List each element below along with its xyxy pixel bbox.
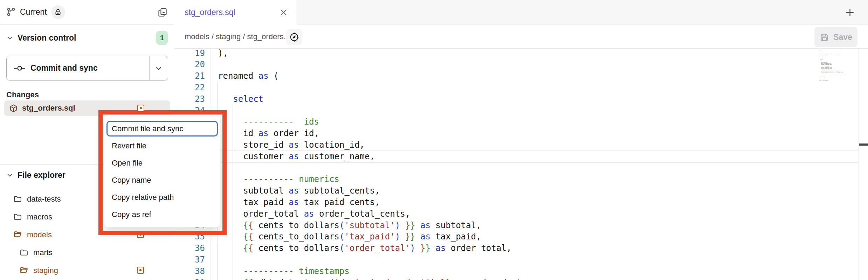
commit-split-button: Commit and sync [6,56,168,80]
close-tab-icon[interactable] [280,8,288,16]
scrollbar-marker [859,144,868,146]
branch-lock-badge [51,5,65,19]
tree-item-models[interactable]: models [0,226,174,244]
tree-item-label: marts [33,248,53,257]
line-number: 39 [174,277,205,280]
code-line: {{ dbt.date_trunc('day', 'ordered_at') }… [218,277,522,280]
branch-name: Current [20,7,47,17]
code-line [218,59,522,70]
code-line: renamed as ( [218,70,522,82]
line-number: 22 [174,82,205,93]
new-tab-button[interactable] [845,7,855,18]
tree-item-label: macros [27,212,52,222]
version-control-title: Version control [18,33,76,43]
modified-badge-icon [137,105,144,112]
breadcrumb-bar: models / staging / stg_orders.sql [174,24,868,49]
chevron-down-icon [155,64,163,72]
code-line [218,105,522,117]
code-line: select [218,93,522,105]
line-number: 19 [174,48,205,59]
folder-open-icon [20,266,28,275]
tab-bar: stg_orders.sql [174,0,868,24]
save-button-label: Save [833,33,852,42]
breadcrumb: models / staging / stg_orders.sql [185,32,296,41]
chevron-down-icon [6,34,13,41]
file-explorer-title: File explorer [18,170,66,180]
code-line: customer as customer_name, [218,151,522,162]
line-number: 21 [174,70,205,82]
code-line: ---------- timestamps [218,266,522,277]
code-line: ---------- ids [218,116,522,128]
menu-item-copy-relative-path[interactable]: Copy relative path [104,189,220,206]
version-control-header[interactable]: Version control 1 [0,30,174,46]
dbt-ide-window: Current Version control [0,0,868,280]
branch-bar: Current [0,0,174,24]
tree-item-label: data-tests [27,195,61,204]
tree-item-label: models [27,230,52,239]
git-branch-icon [6,7,16,17]
commit-button-label: Commit and sync [30,63,98,73]
minimap-divider [859,49,859,280]
commit-and-sync-button[interactable]: Commit and sync [7,56,149,80]
code-editor[interactable]: ),renamed as ( select ---------- ids id … [218,48,522,280]
changed-file-row[interactable]: stg_orders.sql [4,100,170,116]
tree-item-label: staging [33,266,58,275]
modified-badge-icon [137,231,144,238]
code-line: {{ cents_to_dollars('tax_paid') }} as ta… [218,231,522,243]
menu-item-copy-name[interactable]: Copy name [104,172,220,189]
line-number: 36 [174,243,205,254]
code-line: id as order_id, [218,128,522,139]
context-menu: Commit file and syncRevert fileOpen file… [104,115,221,227]
line-number: 37 [174,254,205,266]
line-number: 20 [174,59,205,70]
code-line: tax_paid as tax_paid_cents, [218,197,522,208]
modified-badge-icon [137,267,144,274]
lock-icon [54,8,62,16]
code-line: ), [218,48,522,59]
lineage-button[interactable] [286,29,302,45]
code-line: store_id as location_id, [218,139,522,151]
menu-item-revert-file[interactable]: Revert file [104,137,220,154]
git-commit-icon [14,65,26,71]
menu-item-commit-file-and-sync[interactable]: Commit file and sync [106,121,218,136]
chevron-down-icon [6,172,13,178]
folder-open-icon [13,230,22,239]
copy-icon [158,7,167,17]
line-number: 23 [174,93,205,105]
changes-section-label: Changes [6,90,39,99]
tab-stg-orders[interactable]: stg_orders.sql [174,0,297,25]
minimap[interactable]: withsource as ( select * from {{ source(… [819,50,858,83]
minimap-content: withsource as ( select * from {{ source(… [819,50,858,81]
model-cube-icon [9,104,18,113]
tree-item-staging[interactable]: staging [0,261,174,279]
compass-icon [289,32,299,42]
changes-count-badge: 1 [156,31,168,45]
tree-item-marts[interactable]: marts [0,244,174,261]
floppy-disk-icon [820,33,829,42]
code-line: subtotal as subtotal_cents, [218,185,522,197]
code-line [218,162,522,174]
tab-label: stg_orders.sql [185,8,235,17]
commit-options-caret[interactable] [149,56,168,80]
code-line: ---------- numerics [218,174,522,185]
folder-icon [13,195,22,203]
code-line: order_total as order_total_cents, [218,208,522,220]
code-line [218,254,522,266]
code-line [218,82,522,93]
changed-file-name: stg_orders.sql [22,104,75,113]
code-line: select * from renamed [819,80,858,81]
folder-icon [13,212,22,221]
code-line: {{ cents_to_dollars('order_total') }} as… [218,243,522,254]
code-line: {{ cents_to_dollars('subtotal') }} as su… [218,220,522,231]
line-number: 35 [174,231,205,243]
menu-item-copy-as-ref[interactable]: Copy as ref [104,206,220,223]
save-button[interactable]: Save [814,27,857,47]
folder-icon [20,248,28,257]
line-number: 38 [174,266,205,277]
menu-item-open-file[interactable]: Open file [104,154,220,172]
copy-branch-button[interactable] [158,7,167,17]
